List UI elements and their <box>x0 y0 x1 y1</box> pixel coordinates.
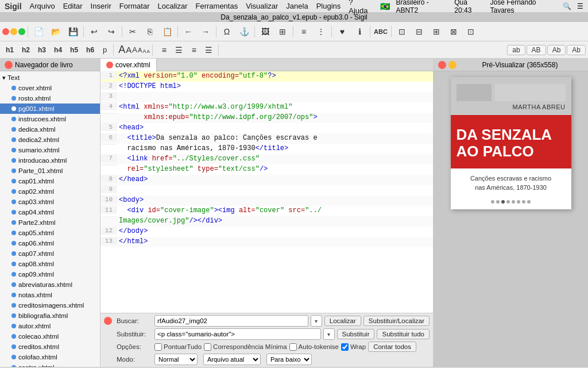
search-close-btn[interactable] <box>104 317 112 325</box>
undo-btn[interactable]: ↩ <box>86 24 102 39</box>
spell-title-btn[interactable]: Ab <box>547 45 566 55</box>
tree-item-instrucoes[interactable]: instrucoes.xhtml <box>0 114 100 124</box>
tree-item-parte01[interactable]: Parte_01.xhtml <box>0 166 100 176</box>
tree-item-creditosimagens[interactable]: creditosimagens.xhtml <box>0 300 100 310</box>
find-input[interactable] <box>154 315 308 327</box>
tree-item-autor[interactable]: autor.xhtml <box>0 321 100 331</box>
view4-btn[interactable]: ⊠ <box>446 24 462 39</box>
tree-item-pg001[interactable]: pg001.xhtml <box>0 103 100 114</box>
option-auto[interactable]: Auto-tokenise <box>289 343 339 351</box>
tree-item-abreviaturas[interactable]: abreviaturas.xhtml <box>0 279 100 290</box>
scope-select[interactable]: Arquivo atual Todos arquivos <box>203 354 261 365</box>
tree-item-cap01[interactable]: cap01.xhtml <box>0 176 100 186</box>
tree-item-cap02[interactable]: cap02.xhtml <box>0 186 100 197</box>
align-left-btn[interactable]: ≡ <box>157 44 171 56</box>
list-btn[interactable]: ≡ <box>296 24 312 39</box>
tree-item-bibliografia[interactable]: bibliografia.xhtml <box>0 310 100 321</box>
open-file-btn[interactable]: 📂 <box>48 24 64 39</box>
sidebar-close-btn[interactable] <box>5 61 13 69</box>
tree-item-cover[interactable]: cover.xhtml <box>0 83 100 93</box>
preview-min-btn[interactable] <box>448 61 457 69</box>
window-close-btn[interactable] <box>2 28 9 35</box>
menu-plugins[interactable]: Plugins <box>316 2 341 10</box>
tree-item-colofao[interactable]: colofao.xhtml <box>0 352 100 362</box>
h4-btn[interactable]: h4 <box>51 44 65 56</box>
view3-btn[interactable]: ⊞ <box>428 24 444 39</box>
tree-item-cap04[interactable]: cap04.xhtml <box>0 207 100 217</box>
h2-btn[interactable]: h2 <box>18 44 33 56</box>
tree-item-cap08[interactable]: cap08.xhtml <box>0 259 100 269</box>
view5-btn[interactable]: ⊡ <box>463 24 479 39</box>
menu-ferramentas[interactable]: Ferramentas <box>196 2 238 10</box>
info-btn[interactable]: ℹ <box>351 24 368 39</box>
new-file-btn[interactable]: 📄 <box>30 24 47 39</box>
tree-item-parte2[interactable]: Parte2.xhtml <box>0 217 100 228</box>
window-maximize-btn[interactable] <box>18 28 25 35</box>
spell-ab-caps-btn[interactable]: AB <box>527 45 546 55</box>
pontuar-checkbox[interactable] <box>154 343 162 351</box>
font-small-btn[interactable]: A <box>132 45 137 54</box>
tree-item-cap06[interactable]: cap06.xhtml <box>0 238 100 248</box>
tree-item-creditos[interactable]: creditos.xhtml <box>0 342 100 352</box>
menu-icon[interactable]: ☰ <box>577 2 583 10</box>
auto-checkbox[interactable] <box>289 343 297 351</box>
font-tiny-btn[interactable]: A <box>146 49 149 54</box>
find-btn[interactable]: Localizar <box>324 316 361 326</box>
replace-btn[interactable]: Substituir <box>337 329 375 339</box>
menu-formatar[interactable]: Formatar <box>119 2 150 10</box>
font-subscript-btn[interactable]: A <box>142 48 146 54</box>
menu-visualizar[interactable]: Visualizar <box>246 2 278 10</box>
menu-janela[interactable]: Janela <box>286 2 308 10</box>
tree-item-cap09[interactable]: cap09.xhtml <box>0 269 100 279</box>
spellcheck-btn[interactable]: ABC <box>373 24 389 39</box>
cut-btn[interactable]: ✂ <box>125 24 141 39</box>
option-min[interactable]: Correspondência Mínima <box>204 343 287 351</box>
tree-item-rosto[interactable]: rosto.xhtml <box>0 93 100 103</box>
tree-item-cap03[interactable]: cap03.xhtml <box>0 197 100 207</box>
tree-item-dedica2[interactable]: dedica2.xhtml <box>0 135 100 145</box>
tree-folder-text[interactable]: ▾ Text <box>0 72 100 83</box>
preview-close-btn[interactable] <box>438 61 446 69</box>
option-wrap[interactable]: Wrap <box>341 343 366 351</box>
redo-btn[interactable]: ↪ <box>103 24 119 39</box>
spell-ab2-btn[interactable]: Ab <box>567 45 586 55</box>
wrap-checkbox[interactable] <box>341 343 349 351</box>
h6-btn[interactable]: h6 <box>83 44 98 56</box>
font-normal-btn[interactable]: A <box>126 45 131 55</box>
heart-btn[interactable]: ♥ <box>334 24 350 39</box>
tree-item-colecao[interactable]: colecao.xhtml <box>0 331 100 342</box>
option-pontuar[interactable]: PontuarTudo <box>154 343 202 351</box>
tree-item-introducao[interactable]: introducao.xhtml <box>0 155 100 166</box>
h5-btn[interactable]: h5 <box>67 44 82 56</box>
align-justify-btn[interactable]: ☰ <box>202 44 216 56</box>
paragraph-btn[interactable]: p <box>99 44 111 56</box>
tree-item-notas[interactable]: notas.xhtml <box>0 290 100 300</box>
replace-input[interactable] <box>154 328 321 340</box>
min-checkbox[interactable] <box>204 343 211 351</box>
arrow-left-btn[interactable]: ← <box>180 24 196 39</box>
table-btn[interactable]: ⊞ <box>274 24 291 39</box>
copy-btn[interactable]: ⎘ <box>142 24 158 39</box>
arrow-right-btn[interactable]: → <box>198 24 214 39</box>
view1-btn[interactable]: ⊡ <box>394 24 410 39</box>
tree-item-cap07[interactable]: cap07.xhtml <box>0 248 100 259</box>
count-btn[interactable]: Contar todos <box>368 342 416 352</box>
search-icon[interactable]: 🔍 <box>563 2 571 10</box>
h3-btn[interactable]: h3 <box>34 44 49 56</box>
window-minimize-btn[interactable] <box>10 28 17 35</box>
mode-select[interactable]: Normal Regex Wildcards <box>154 354 198 365</box>
view2-btn[interactable]: ⊟ <box>411 24 427 39</box>
tree-item-sumario[interactable]: sumario.xhtml <box>0 145 100 155</box>
tree-item-dedica[interactable]: dedica.xhtml <box>0 124 100 135</box>
special-char-btn[interactable]: Ω <box>219 24 235 39</box>
menu-arquivo[interactable]: Arquivo <box>30 2 55 10</box>
save-btn[interactable]: 💾 <box>65 24 81 39</box>
spell-ab-btn[interactable]: ab <box>507 45 525 55</box>
align-center-btn[interactable]: ☰ <box>172 44 186 56</box>
replace-all-btn[interactable]: Substituir tudo <box>377 329 430 339</box>
code-editor[interactable]: 1 <?xml version="1.0" encoding="utf-8"?>… <box>100 71 433 313</box>
menu-editar[interactable]: Editar <box>63 2 83 10</box>
anchor-btn[interactable]: ⚓ <box>236 24 252 39</box>
paste-btn[interactable]: 📋 <box>159 24 175 39</box>
editor-tab[interactable]: cover.xhtml <box>100 59 157 71</box>
